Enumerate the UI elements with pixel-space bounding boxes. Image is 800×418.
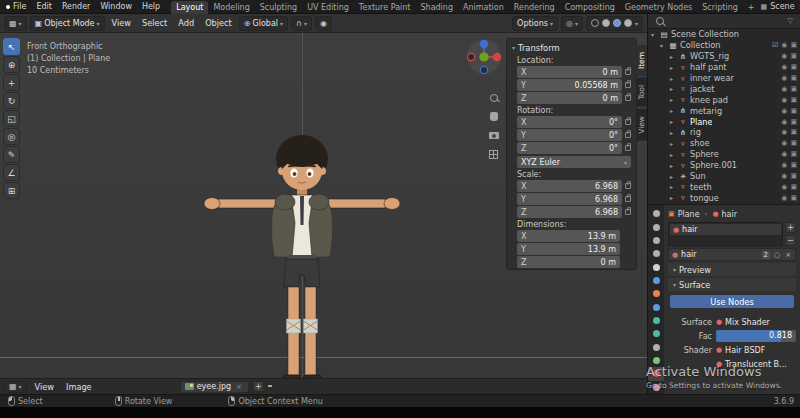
tab-compositing[interactable]: Compositing — [560, 1, 620, 14]
outliner-row-inner-wear[interactable]: ▸ ▿ inner wear ◉▣ — [648, 73, 800, 84]
lock-icon[interactable] — [625, 95, 631, 101]
outliner-row-wgts-rig[interactable]: ▸ ⋔ WGTS_rig ◉▣ — [648, 51, 800, 62]
disclosure-icon[interactable]: ▸ — [670, 96, 678, 103]
toggle-grid-icon[interactable] — [487, 148, 500, 161]
tab-scripting[interactable]: Scripting — [697, 1, 743, 14]
use-nodes-button[interactable]: Use Nodes — [670, 295, 794, 308]
shading-solid-button[interactable] — [602, 19, 610, 27]
outliner-row-collection[interactable]: ▾ ▦ Collection ☑◉▣ — [648, 40, 800, 51]
disclosure-icon[interactable]: ▸ — [670, 162, 678, 169]
render-visibility-toggle[interactable]: ▣ — [790, 118, 797, 126]
menu-select[interactable]: Select — [138, 18, 171, 28]
tab-view-layer[interactable] — [648, 247, 664, 260]
location-y-field[interactable]: Y0.05568 m — [517, 79, 622, 91]
remove-slot-button[interactable]: − — [785, 235, 796, 246]
render-visibility-toggle[interactable]: ▣ — [790, 41, 797, 49]
dimensions-z-field[interactable]: Z0 m — [517, 256, 620, 268]
camera-view-icon[interactable] — [487, 129, 500, 142]
lock-icon[interactable] — [625, 132, 631, 138]
material-slot-list[interactable]: ● hair — [668, 222, 783, 246]
menu-file[interactable]: File — [8, 2, 31, 11]
mode-dropdown[interactable]: ▣ Object Mode ▾ — [30, 16, 105, 31]
preview-section-header[interactable]: ▾ Preview — [668, 263, 796, 276]
sidebar-tab-tool[interactable]: Tool — [636, 78, 647, 107]
exclude-checkbox[interactable]: ☑ — [772, 41, 778, 49]
render-visibility-toggle[interactable]: ▣ — [790, 172, 797, 180]
render-visibility-toggle[interactable]: ▣ — [790, 139, 797, 147]
lock-icon[interactable] — [625, 69, 631, 75]
hide-eye-toggle[interactable]: ◉ — [781, 183, 787, 191]
hide-eye-toggle[interactable]: ◉ — [781, 161, 787, 169]
tab-texture[interactable] — [648, 381, 664, 394]
hide-eye-toggle[interactable]: ◉ — [781, 85, 787, 93]
rotation-mode-dropdown[interactable]: XYZ Euler ▾ — [517, 156, 631, 168]
render-visibility-toggle[interactable]: ▣ — [790, 85, 797, 93]
menu-window[interactable]: Window — [95, 2, 137, 11]
hide-eye-toggle[interactable]: ◉ — [781, 194, 787, 202]
tab-shading[interactable]: Shading — [415, 1, 458, 14]
location-z-field[interactable]: Z0 m — [517, 92, 622, 104]
zoom-icon[interactable] — [487, 91, 500, 104]
image-datablock-field[interactable]: eyee.jpg × — [180, 381, 249, 393]
new-image-button[interactable]: + — [253, 381, 264, 392]
disclosure-icon[interactable]: ▾ — [660, 42, 668, 49]
tab-material[interactable] — [648, 367, 664, 380]
disclosure-icon[interactable]: ▸ — [670, 183, 678, 190]
outliner-row-sun[interactable]: ▸ ☀ Sun ◉▣ — [648, 171, 800, 182]
dimensions-y-field[interactable]: Y13.9 m — [517, 243, 620, 255]
render-visibility-toggle[interactable]: ▣ — [790, 150, 797, 158]
hide-eye-toggle[interactable]: ◉ — [781, 128, 787, 136]
disclosure-icon[interactable]: ▸ — [670, 85, 678, 92]
tab-layout[interactable]: Layout — [171, 1, 208, 14]
material-slot-row[interactable]: ● hair — [670, 224, 781, 235]
hide-eye-toggle[interactable]: ◉ — [781, 139, 787, 147]
move-tool[interactable]: + — [3, 74, 20, 91]
render-visibility-toggle[interactable]: ▣ — [790, 161, 797, 169]
hide-eye-toggle[interactable]: ◉ — [781, 74, 787, 82]
sidebar-tab-view[interactable]: View — [636, 109, 647, 141]
navigation-gizmo[interactable] — [464, 37, 504, 77]
proportional-editing-toggle[interactable]: ◉ — [315, 16, 332, 31]
tab-output[interactable] — [648, 234, 664, 247]
render-visibility-toggle[interactable]: ▣ — [790, 107, 797, 115]
tab-uv-editing[interactable]: UV Editing — [302, 1, 354, 14]
scale-tool[interactable]: ◱ — [3, 110, 20, 127]
lock-icon[interactable] — [625, 196, 631, 202]
add-slot-button[interactable]: + — [785, 222, 796, 233]
transform-tool[interactable]: ◎ — [3, 128, 20, 145]
shading-wireframe-button[interactable] — [591, 19, 599, 27]
hide-eye-toggle[interactable]: ◉ — [781, 118, 787, 126]
collapse-icon[interactable]: ▾ — [512, 44, 515, 51]
scene-unlink-button[interactable]: × — [797, 3, 800, 11]
menu-object[interactable]: Object — [201, 18, 236, 28]
disclosure-icon[interactable]: ▸ — [670, 107, 678, 114]
disclosure-icon[interactable]: ▸ — [670, 118, 678, 125]
tab-modifiers[interactable] — [648, 301, 664, 314]
viewport-3d[interactable]: Front Orthographic (1) Collection | Plan… — [0, 33, 647, 378]
image-menu-view[interactable]: View — [31, 382, 58, 392]
lock-icon[interactable] — [625, 82, 631, 88]
hide-eye-toggle[interactable]: ◉ — [781, 63, 787, 71]
rotation-x-field[interactable]: X0° — [517, 116, 622, 128]
outliner-row-sphere[interactable]: ▸ ▿ Sphere ◉▣ — [648, 149, 800, 160]
hide-eye-toggle[interactable]: ◉ — [781, 172, 787, 180]
cursor-tool[interactable]: ⊕ — [3, 56, 20, 73]
tab-modeling[interactable]: Modeling — [208, 1, 254, 14]
unlink-material-button[interactable]: × — [784, 251, 792, 259]
scale-x-field[interactable]: X6.968 — [517, 180, 622, 192]
overlays-toggle[interactable]: ◎ ▾ — [561, 16, 583, 31]
sidebar-tab-item[interactable]: Item — [636, 45, 647, 76]
outliner-row-rig[interactable]: ▸ ⋔ rig ◉▣ — [648, 127, 800, 138]
outliner-row-knee-pad[interactable]: ▸ ▿ knee pad ◉▣ — [648, 94, 800, 105]
tab-render[interactable] — [648, 220, 664, 233]
users-count-button[interactable]: 2 — [762, 251, 770, 259]
tab-texture-paint[interactable]: Texture Paint — [354, 1, 416, 14]
rotation-z-field[interactable]: Z0° — [517, 142, 622, 154]
select-box-tool[interactable]: ↖ — [3, 38, 20, 55]
snap-toggle[interactable]: ∩ ▾ — [291, 16, 312, 31]
scale-y-field[interactable]: Y6.968 — [517, 193, 622, 205]
render-visibility-toggle[interactable]: ▣ — [790, 183, 797, 191]
shading-material-button[interactable] — [613, 19, 621, 27]
menu-help[interactable]: Help — [137, 2, 165, 11]
surface-section-header[interactable]: ▾ Surface — [668, 278, 796, 291]
